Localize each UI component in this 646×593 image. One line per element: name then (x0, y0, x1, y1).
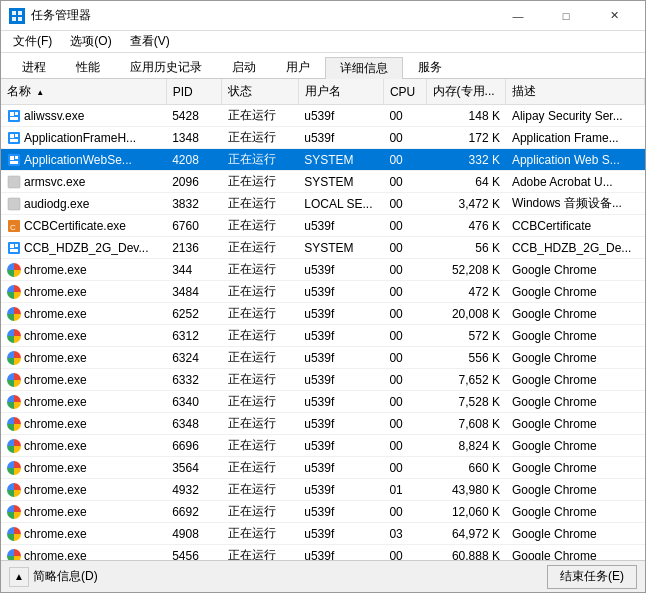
cell-cpu: 03 (383, 523, 426, 545)
table-row[interactable]: chrome.exe4932正在运行u539f0143,980 KGoogle … (1, 479, 645, 501)
chrome-icon (7, 549, 21, 561)
col-header-pid[interactable]: PID (166, 79, 221, 105)
cell-cpu: 00 (383, 193, 426, 215)
cell-cpu: 00 (383, 303, 426, 325)
tab-startup[interactable]: 启动 (217, 56, 271, 78)
table-row[interactable]: CCB_HDZB_2G_Dev...2136正在运行SYSTEM0056 KCC… (1, 237, 645, 259)
cell-pid: 6760 (166, 215, 221, 237)
tab-details[interactable]: 详细信息 (325, 57, 403, 79)
details-label[interactable]: 简略信息(D) (33, 568, 98, 585)
cell-user: u539f (298, 457, 383, 479)
col-header-status[interactable]: 状态 (222, 79, 299, 105)
tab-performance[interactable]: 性能 (61, 56, 115, 78)
svg-rect-10 (15, 134, 18, 137)
close-button[interactable]: ✕ (591, 2, 637, 30)
table-row[interactable]: chrome.exe6312正在运行u539f00572 KGoogle Chr… (1, 325, 645, 347)
svg-rect-3 (18, 17, 22, 21)
table-row[interactable]: ApplicationWebSe...4208正在运行SYSTEM00332 K… (1, 149, 645, 171)
cell-desc: Google Chrome (506, 369, 645, 391)
table-row[interactable]: chrome.exe6348正在运行u539f007,608 KGoogle C… (1, 413, 645, 435)
cell-name: chrome.exe (1, 457, 166, 479)
menu-file[interactable]: 文件(F) (5, 32, 60, 52)
cell-desc: Application Frame... (506, 127, 645, 149)
cell-name: chrome.exe (1, 479, 166, 501)
cell-pid: 6340 (166, 391, 221, 413)
tab-services[interactable]: 服务 (403, 56, 457, 78)
col-header-desc[interactable]: 描述 (506, 79, 645, 105)
table-row[interactable]: chrome.exe6252正在运行u539f0020,008 KGoogle … (1, 303, 645, 325)
chrome-icon (7, 505, 21, 519)
cell-user: u539f (298, 435, 383, 457)
chrome-icon (7, 483, 21, 497)
tab-users[interactable]: 用户 (271, 56, 325, 78)
table-row[interactable]: chrome.exe6692正在运行u539f0012,060 KGoogle … (1, 501, 645, 523)
cell-cpu: 00 (383, 171, 426, 193)
col-header-mem[interactable]: 内存(专用... (426, 79, 506, 105)
table-row[interactable]: chrome.exe344正在运行u539f0052,208 KGoogle C… (1, 259, 645, 281)
chrome-icon (7, 395, 21, 409)
process-icon (7, 197, 21, 211)
cell-pid: 4932 (166, 479, 221, 501)
cell-mem: 572 K (426, 325, 506, 347)
table-row[interactable]: aliwssv.exe5428正在运行u539f00148 KAlipay Se… (1, 105, 645, 127)
title-bar: 任务管理器 — □ ✕ (1, 1, 645, 31)
chrome-icon (7, 527, 21, 541)
col-header-user[interactable]: 用户名 (298, 79, 383, 105)
cell-pid: 5456 (166, 545, 221, 561)
process-table-container[interactable]: 名称 ▲ PID 状态 用户名 CPU 内存(专用... 描述 aliwssv.… (1, 79, 645, 560)
svg-rect-6 (15, 112, 18, 115)
table-row[interactable]: C CCBCertificate.exe6760正在运行u539f00476 K… (1, 215, 645, 237)
table-row[interactable]: armsvc.exe2096正在运行SYSTEM0064 KAdobe Acro… (1, 171, 645, 193)
table-row[interactable]: audiodg.exe3832正在运行LOCAL SE...003,472 KW… (1, 193, 645, 215)
table-row[interactable]: chrome.exe6324正在运行u539f00556 KGoogle Chr… (1, 347, 645, 369)
table-row[interactable]: chrome.exe5456正在运行u539f0060,888 KGoogle … (1, 545, 645, 561)
tab-app-history[interactable]: 应用历史记录 (115, 56, 217, 78)
cell-cpu: 00 (383, 237, 426, 259)
cell-cpu: 00 (383, 413, 426, 435)
cell-status: 正在运行 (222, 215, 299, 237)
col-header-cpu[interactable]: CPU (383, 79, 426, 105)
tabs-bar: 进程 性能 应用历史记录 启动 用户 详细信息 服务 (1, 53, 645, 79)
cell-desc: Alipay Security Ser... (506, 105, 645, 127)
process-icon: C (7, 219, 21, 233)
table-row[interactable]: chrome.exe3564正在运行u539f00660 KGoogle Chr… (1, 457, 645, 479)
table-row[interactable]: chrome.exe6340正在运行u539f007,528 KGoogle C… (1, 391, 645, 413)
cell-name: ApplicationFrameH... (1, 127, 166, 149)
svg-rect-15 (10, 161, 18, 164)
cell-desc: Google Chrome (506, 391, 645, 413)
expand-collapse-button[interactable]: ▲ (9, 567, 29, 587)
window-controls: — □ ✕ (495, 2, 637, 30)
chrome-icon (7, 439, 21, 453)
svg-rect-21 (10, 244, 14, 248)
cell-user: u539f (298, 391, 383, 413)
cell-mem: 12,060 K (426, 501, 506, 523)
process-icon (7, 153, 21, 167)
cell-name: chrome.exe (1, 369, 166, 391)
process-icon (7, 109, 21, 123)
process-icon (7, 241, 21, 255)
cell-mem: 476 K (426, 215, 506, 237)
table-row[interactable]: chrome.exe4908正在运行u539f0364,972 KGoogle … (1, 523, 645, 545)
menu-options[interactable]: 选项(O) (62, 32, 119, 52)
chrome-icon (7, 329, 21, 343)
table-row[interactable]: chrome.exe6696正在运行u539f008,824 KGoogle C… (1, 435, 645, 457)
cell-pid: 6696 (166, 435, 221, 457)
col-header-name[interactable]: 名称 ▲ (1, 79, 166, 105)
cell-desc: Google Chrome (506, 281, 645, 303)
maximize-button[interactable]: □ (543, 2, 589, 30)
cell-name: chrome.exe (1, 259, 166, 281)
cell-user: u539f (298, 479, 383, 501)
tab-processes[interactable]: 进程 (7, 56, 61, 78)
cell-pid: 6324 (166, 347, 221, 369)
menu-view[interactable]: 查看(V) (122, 32, 178, 52)
cell-name: CCB_HDZB_2G_Dev... (1, 237, 166, 259)
end-task-button[interactable]: 结束任务(E) (547, 565, 637, 589)
cell-user: u539f (298, 303, 383, 325)
table-row[interactable]: ApplicationFrameH...1348正在运行u539f00172 K… (1, 127, 645, 149)
cell-status: 正在运行 (222, 259, 299, 281)
minimize-button[interactable]: — (495, 2, 541, 30)
table-body: aliwssv.exe5428正在运行u539f00148 KAlipay Se… (1, 105, 645, 561)
table-row[interactable]: chrome.exe6332正在运行u539f007,652 KGoogle C… (1, 369, 645, 391)
table-row[interactable]: chrome.exe3484正在运行u539f00472 KGoogle Chr… (1, 281, 645, 303)
cell-user: SYSTEM (298, 171, 383, 193)
